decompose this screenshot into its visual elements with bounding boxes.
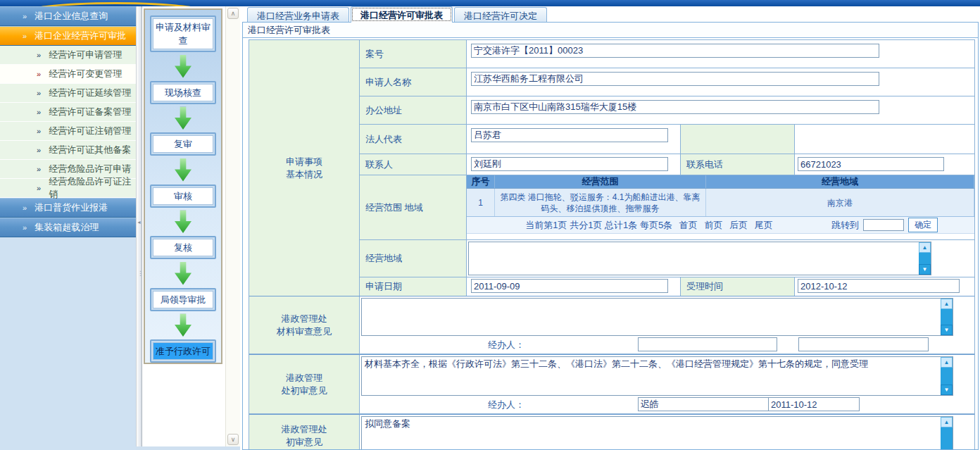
workflow-step-label: 局领导审批: [153, 291, 213, 308]
sidebar-item-license-change-mgmt[interactable]: » 经营许可变更管理: [0, 65, 136, 84]
workflow-step-label: 审核: [153, 187, 213, 205]
office-address-label: 办公地址: [360, 96, 467, 124]
sidebar-item-label: 经营许可证备案管理: [49, 106, 131, 118]
sidebar-item-label: 经营危险品许可申请: [49, 163, 131, 175]
textarea-scroll-up-icon[interactable]: ▲: [919, 242, 931, 253]
tab-license-decision[interactable]: 港口经营许可决定: [454, 7, 547, 22]
workflow-arrow-icon: [175, 314, 191, 337]
main-content: 港口经营业务申请表 港口经营许可审批表 港口经营许可决定 港口经营许可审批表 申…: [240, 6, 980, 450]
apply-date-label: 申请日期: [360, 277, 467, 296]
sidebar-item-info-query[interactable]: » 港口企业信息查询: [0, 6, 136, 26]
workflow-step-site-check[interactable]: 现场核查: [150, 81, 216, 104]
textarea-scrollbar[interactable]: ▲ ▼: [919, 242, 931, 275]
middle-vertical-scrollbar[interactable]: ∧ ∨: [225, 6, 240, 450]
row-scope-region: 经营范围 地域 序号 经营范围 经营地域 1 第四类 港口拖轮: [360, 175, 974, 240]
operator-label: 经办人：: [488, 399, 524, 411]
contact-input[interactable]: [471, 157, 668, 171]
table-row[interactable]: 1 第四类 港口拖轮、驳运服务：4.1为船舶进出港、靠离码头、移泊提供顶推、拖带…: [467, 189, 974, 217]
sidebar-item-dangerous-cancel[interactable]: » 经营危险品许可证注销: [0, 179, 136, 198]
pagination-first-link[interactable]: 首页: [679, 220, 698, 230]
sidebar-item-container-overload[interactable]: » 集装箱超载治理: [0, 218, 136, 237]
textarea-scroll-up-icon[interactable]: ▲: [941, 417, 953, 427]
scope-region-label: 经营范围 地域: [360, 175, 467, 239]
header-scope: 经营范围: [495, 175, 706, 188]
textarea-scrollbar[interactable]: ▲ ▼: [941, 417, 953, 450]
tab-bar: 港口经营业务申请表 港口经营许可审批表 港口经营许可决定: [247, 7, 547, 23]
applicant-input[interactable]: [471, 72, 879, 86]
scroll-down-icon[interactable]: ∨: [227, 434, 239, 445]
sidebar-item-license-other-record[interactable]: » 经营许可证其他备案: [0, 141, 136, 160]
workflow-column: 申请及材料审查 现场核查 复审 审核 复核 局领导审批 准予行政许可: [142, 6, 225, 450]
sidebar-splitter[interactable]: ◄ ⋮⋮: [136, 6, 142, 450]
header-area: 经营地域: [706, 175, 974, 188]
operator-input[interactable]: [638, 397, 777, 411]
bottom-scroll-strip: [136, 446, 240, 450]
operator-date-input[interactable]: [798, 337, 929, 351]
case-no-input[interactable]: [471, 44, 879, 58]
material-opinion-textarea[interactable]: ▲ ▼: [361, 298, 953, 336]
cell-area: 南京港: [706, 189, 974, 216]
sidebar-item-license-approval[interactable]: » 港口企业经营许可审批: [0, 26, 136, 46]
pagination-next-link[interactable]: 后页: [729, 220, 748, 230]
scroll-up-icon[interactable]: ∧: [227, 8, 239, 19]
workflow-step-grant-license[interactable]: 准予行政许可: [150, 339, 216, 363]
tab-license-approval[interactable]: 港口经营许可审批表: [351, 6, 453, 23]
accept-time-label: 受理时间: [680, 277, 795, 296]
operator-input[interactable]: [638, 337, 777, 351]
jump-page-input[interactable]: [863, 219, 904, 231]
sidebar-item-cargo-report[interactable]: » 港口普货作业报港: [0, 198, 136, 218]
confirm-button[interactable]: 确定: [908, 218, 938, 232]
first-review-textarea[interactable]: 材料基本齐全，根据《行政许可法》第三十二条、《港口法》第二十二条、《港口经营管理…: [361, 356, 953, 396]
pagination-prev-link[interactable]: 前页: [704, 220, 722, 230]
sidebar-item-license-apply-mgmt[interactable]: » 经营许可申请管理: [0, 46, 136, 65]
opinion-label: 港政管理处 初审意见: [249, 415, 360, 450]
office-address-input[interactable]: [471, 100, 879, 114]
pagination-last-link[interactable]: 尾页: [755, 220, 773, 230]
textarea-scroll-up-icon[interactable]: ▲: [941, 299, 953, 309]
legal-rep-input[interactable]: [471, 128, 668, 142]
workflow-step-label: 复核: [153, 239, 213, 256]
header-no: 序号: [467, 175, 495, 188]
workflow-arrow-icon: [175, 262, 191, 285]
textarea-scrollbar[interactable]: ▲ ▼: [941, 299, 953, 335]
scrollbar-thumb[interactable]: [941, 427, 953, 450]
tab-business-apply[interactable]: 港口经营业务申请表: [247, 7, 349, 22]
contact-label: 联系人: [360, 154, 467, 175]
section-first-review-opinion: 港政管理 处初审意见 材料基本齐全，根据《行政许可法》第三十二条、《港口法》第二…: [249, 354, 974, 414]
workflow-step-material-review[interactable]: 申请及材料审查: [150, 15, 216, 52]
accept-time-input[interactable]: [798, 279, 960, 293]
operator-date-input[interactable]: [768, 397, 860, 411]
legal-rep-label: 法人代表: [360, 125, 467, 154]
region-label: 经营地域: [360, 240, 467, 277]
collapse-left-icon[interactable]: ◄: [137, 220, 142, 225]
sidebar-item-license-extend-mgmt[interactable]: » 经营许可证延续管理: [0, 84, 136, 103]
workflow-step-re-review[interactable]: 复审: [150, 132, 216, 156]
opinion-label: 港政管理处 材料审查意见: [249, 296, 360, 354]
row-contact: 联系人 联系电话: [360, 154, 974, 175]
textarea-scroll-down-icon[interactable]: ▼: [919, 264, 931, 275]
textarea-scrollbar[interactable]: ▲ ▼: [941, 357, 953, 395]
empty-green-cell: [680, 125, 795, 154]
region-textarea[interactable]: ▲ ▼: [468, 242, 931, 275]
sidebar-item-license-record-mgmt[interactable]: » 经营许可证备案管理: [0, 103, 136, 122]
section-material-review-opinion: 港政管理处 材料审查意见 ▲ ▼ 经办人：: [249, 296, 974, 354]
scrollbar-thumb[interactable]: [941, 309, 953, 325]
sidebar-item-label: 集装箱超载治理: [34, 221, 99, 234]
sidebar-item-license-cancel-mgmt[interactable]: » 经营许可证注销管理: [0, 122, 136, 141]
menu-arrow-icon: »: [23, 204, 26, 212]
textarea-scroll-up-icon[interactable]: ▲: [941, 357, 953, 368]
scrollbar-thumb[interactable]: [941, 368, 953, 385]
scrollbar-thumb[interactable]: [919, 253, 931, 264]
sidebar-item-label: 港口企业经营许可审批: [34, 30, 126, 42]
second-review-textarea[interactable]: 拟同意备案 ▲ ▼: [361, 416, 953, 450]
workflow-step-leader-approve[interactable]: 局领导审批: [150, 288, 216, 311]
workflow-step-audit[interactable]: 审核: [150, 185, 216, 208]
workflow-step-recheck[interactable]: 复核: [150, 236, 216, 259]
textarea-scroll-down-icon[interactable]: ▼: [941, 385, 953, 395]
textarea-scroll-down-icon[interactable]: ▼: [941, 325, 953, 335]
phone-input[interactable]: [798, 157, 944, 171]
scope-table: 序号 经营范围 经营地域 1 第四类 港口拖轮、驳运服务：4.1为船舶进出港、靠…: [467, 175, 974, 239]
phone-label: 联系电话: [680, 154, 795, 175]
top-banner: [0, 0, 980, 6]
apply-date-input[interactable]: [471, 279, 668, 293]
